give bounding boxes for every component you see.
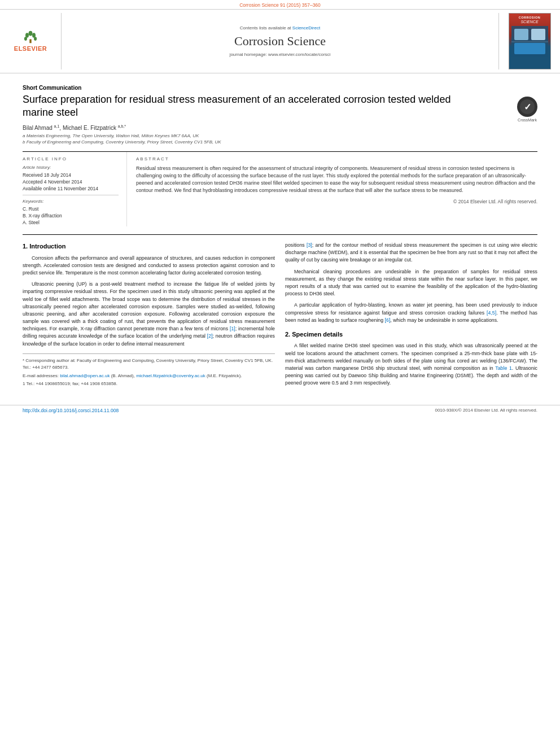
keywords-label: Keywords: <box>23 199 119 204</box>
crossmark-icon: ✓ <box>517 97 537 117</box>
body-col-left: 1. Introduction Corrosion affects the pe… <box>23 242 275 391</box>
journal-reference: Corrosion Science 91 (2015) 357–360 <box>0 0 560 9</box>
keyword-2: B. X-ray diffraction <box>23 213 119 219</box>
body-para-col2-3: A particular application of hydro-blasti… <box>285 302 537 324</box>
svg-rect-9 <box>514 43 545 54</box>
sciencedirect-link[interactable]: ScienceDirect <box>292 25 320 30</box>
journal-title: Corrosion Science <box>234 34 326 49</box>
keyword-3: A. Steel <box>23 220 119 225</box>
article-info-panel: ARTICLE INFO Article history: Received 1… <box>23 152 127 226</box>
body-para-col2-4: A fillet welded marine DH36 steel specim… <box>285 342 537 387</box>
cover-science-text: SCIENCE <box>520 20 538 24</box>
cover-thumbnail-area: CORROSION SCIENCE <box>499 13 555 69</box>
footnote-email: E-mail addresses: bilal.ahmad@open.ac.uk… <box>23 373 275 379</box>
crossmark-label: CrossMark <box>518 118 537 122</box>
elsevier-logo-area: ELSEVIER <box>5 13 61 69</box>
cover-thumbnail: CORROSION SCIENCE <box>509 13 551 69</box>
abstract-section: ABSTRACT Residual stress measurement is … <box>127 152 537 226</box>
svg-text:✓: ✓ <box>524 102 531 112</box>
cover-top-text: CORROSION <box>519 16 540 19</box>
abstract-text: Residual stress measurement is often req… <box>136 165 537 194</box>
footer-bar: http://dx.doi.org/10.1016/j.corsci.2014.… <box>0 405 560 416</box>
info-abstract-section: ARTICLE INFO Article history: Received 1… <box>23 151 537 226</box>
abstract-heading: ABSTRACT <box>136 156 537 161</box>
doi-link[interactable]: http://dx.doi.org/10.1016/j.corsci.2014.… <box>23 408 119 413</box>
journal-homepage: journal homepage: www.elsevier.com/locat… <box>230 52 331 57</box>
footnote-corresponding: * Corresponding author at: Faculty of En… <box>23 357 275 371</box>
ref6-link[interactable]: [6] <box>385 317 391 323</box>
title-area: Surface preparation for residual stress … <box>23 93 513 124</box>
history-label: Article history: <box>23 165 119 170</box>
journal-info-center: Contents lists available at ScienceDirec… <box>61 13 499 69</box>
article-type-label: Short Communication <box>23 85 537 91</box>
body-para-2: Ultrasonic peening (UP) is a post-weld t… <box>23 281 275 348</box>
article-info-heading: ARTICLE INFO <box>23 156 119 161</box>
accepted-date: Accepted 4 November 2014 <box>23 179 119 185</box>
affiliation-a: a Materials Engineering, The Open Univer… <box>23 133 537 138</box>
received-date: Received 18 July 2014 <box>23 172 119 178</box>
svg-rect-5 <box>29 39 31 43</box>
crossmark-svg: ✓ <box>519 99 535 115</box>
email-fitzpatrick-link[interactable]: michael.fitzpatrick@coventry.ac.uk <box>136 373 205 378</box>
available-date: Available online 11 November 2014 <box>23 186 119 191</box>
svg-rect-7 <box>514 29 528 40</box>
ref3-link[interactable]: [3] <box>307 242 312 248</box>
svg-rect-8 <box>531 29 545 40</box>
section1-title: 1. Introduction <box>23 242 275 251</box>
main-content: Short Communication Surface preparation … <box>0 73 560 397</box>
body-para-col2-2: Mechanical cleaning procedures are undes… <box>285 268 537 298</box>
body-para-col2-1: positions [3]; and for the contour metho… <box>285 242 537 264</box>
crossmark-badge: ✓ CrossMark <box>517 97 537 122</box>
svg-point-3 <box>24 37 27 41</box>
footnote-1: 1 Tel.: +44 1908655019; fax; +44 1908 65… <box>23 381 275 387</box>
title-row: Surface preparation for residual stress … <box>23 93 537 124</box>
elsevier-tree-icon <box>22 30 39 44</box>
footnotes-section: * Corresponding author at: Faculty of En… <box>23 353 275 387</box>
ref1-link[interactable]: [1] <box>230 326 235 331</box>
body-para-1: Corrosion affects the performance and ov… <box>23 255 275 277</box>
paper-title: Surface preparation for residual stress … <box>23 93 513 120</box>
issn-text: 0010-938X/© 2014 Elsevier Ltd. All right… <box>435 408 537 413</box>
info-divider <box>23 195 119 195</box>
elsevier-logo: ELSEVIER <box>7 30 55 52</box>
cover-image-graphic <box>511 26 548 57</box>
svg-point-0 <box>29 31 33 36</box>
email-ahmad-link[interactable]: bilal.ahmad@open.ac.uk <box>60 373 110 378</box>
body-col-right: positions [3]; and for the contour metho… <box>285 242 537 391</box>
table1-link[interactable]: Table 1 <box>495 365 512 371</box>
section2-title: 2. Specimen details <box>285 330 537 339</box>
keyword-1: C. Rust <box>23 206 119 212</box>
authors-line: Bilal Ahmad a,1, Michael E. Fitzpatrick … <box>23 124 537 131</box>
sciencedirect-line: Contents lists available at ScienceDirec… <box>240 25 320 30</box>
svg-point-4 <box>34 37 37 41</box>
body-section: 1. Introduction Corrosion affects the pe… <box>23 234 537 391</box>
affiliation-b: b Faculty of Engineering and Computing, … <box>23 139 537 145</box>
elsevier-text: ELSEVIER <box>14 45 47 52</box>
copyright-line: © 2014 Elsevier Ltd. All rights reserved… <box>136 199 537 204</box>
ref45-link[interactable]: [4,5] <box>487 310 496 316</box>
journal-header: ELSEVIER Contents lists available at Sci… <box>0 9 560 73</box>
ref2-link[interactable]: [2] <box>207 333 213 339</box>
